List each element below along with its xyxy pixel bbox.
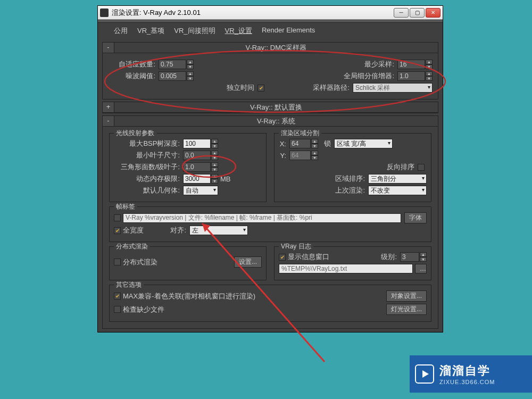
max-bsp-label: 最大BSP树深度: (114, 139, 183, 148)
spin-down[interactable]: ▼ (211, 144, 218, 148)
tab-vr-settings[interactable]: VR_设置 (225, 26, 252, 36)
min-leaf-input[interactable] (183, 151, 211, 160)
full-width-checkbox[interactable] (114, 227, 121, 234)
rollout-system-title: V-Ray:: 系统 (114, 117, 438, 126)
max-compat-checkbox[interactable] (114, 293, 121, 300)
missing-files-checkbox[interactable] (114, 306, 121, 313)
raycast-group-title: 光线投射参数 (114, 129, 156, 138)
sampler-path-dropdown[interactable]: Schlick 采样 (353, 83, 433, 93)
min-leaf-label: 最小叶子尺寸: (114, 151, 183, 160)
x-input[interactable] (289, 139, 311, 148)
justify-dropdown[interactable]: 左 (189, 226, 248, 235)
lock-label: 锁 (321, 139, 334, 148)
spin-down[interactable]: ▼ (311, 144, 318, 148)
independent-time-label: 独立时间 (227, 83, 257, 93)
spin-down[interactable]: ▼ (211, 167, 218, 172)
dyn-mem-input[interactable] (183, 174, 211, 184)
spin-up[interactable]: ▲ (187, 71, 194, 76)
distributed-settings-button[interactable]: 设置... (234, 256, 262, 268)
stamp-enable-checkbox[interactable] (114, 214, 121, 221)
light-settings-button[interactable]: 灯光设置... (386, 304, 427, 315)
level-label: 级别: (381, 252, 400, 262)
spin-up[interactable]: ▲ (420, 252, 427, 257)
tab-render-elements[interactable]: Render Elements (262, 26, 315, 36)
stamp-text-input[interactable] (123, 213, 401, 223)
font-button[interactable]: 字体 (404, 212, 427, 223)
window-title: 渲染设置: V-Ray Adv 2.10.01 (112, 8, 394, 18)
level-input[interactable] (400, 252, 419, 262)
distributed-group: 分布式渲染 分布式渲染 设置... (109, 246, 267, 280)
last-render-dropdown[interactable]: 不改变 (368, 186, 427, 195)
dyn-mem-unit: MB (220, 175, 231, 183)
spin-up[interactable]: ▲ (211, 174, 218, 179)
tab-common[interactable]: 公用 (114, 26, 128, 36)
tab-vr-gi[interactable]: VR_间接照明 (174, 26, 215, 36)
tab-vr-basic[interactable]: VR_基项 (137, 26, 164, 36)
expand-displacement[interactable]: + (103, 102, 114, 112)
frame-stamp-title: 帧标签 (114, 202, 137, 211)
face-leaf-input[interactable] (183, 162, 211, 172)
log-browse-button[interactable]: … (415, 264, 427, 273)
minimize-button[interactable]: ─ (394, 8, 409, 18)
spin-down[interactable]: ▼ (426, 76, 433, 81)
maximize-button[interactable]: ▢ (410, 8, 425, 18)
spin-down: ▼ (311, 155, 318, 160)
region-order-dropdown[interactable]: 三角剖分 (368, 174, 427, 184)
full-width-label: 全宽度 (123, 226, 147, 235)
log-path-input[interactable] (279, 264, 413, 273)
vray-log-group: VRay 日志 显示信息窗口 级别: ▲▼ … (274, 246, 431, 280)
independent-time-checkbox[interactable] (257, 85, 264, 92)
rollout-dmc: - V-Ray:: DMC采样器 自适应数量: ▲▼ 噪波阈值: ▲▼ 独立时间 (102, 42, 438, 99)
default-geom-label: 默认几何体: (114, 186, 183, 195)
spin-up[interactable]: ▲ (211, 139, 218, 144)
play-icon (415, 364, 434, 384)
distributed-title: 分布式渲染 (114, 242, 150, 251)
close-button[interactable]: ✕ (426, 8, 440, 18)
adaptive-amount-label: 自适应数量: (108, 60, 159, 69)
spin-up[interactable]: ▲ (426, 60, 433, 64)
spin-down[interactable]: ▼ (426, 64, 433, 69)
tabs-bar: 公用 VR_基项 VR_间接照明 VR_设置 Render Elements (98, 23, 443, 39)
distributed-label: 分布式渲染 (123, 257, 234, 267)
min-samples-input[interactable] (397, 60, 425, 69)
region-order-label: 区域排序: (335, 174, 368, 184)
spin-down[interactable]: ▼ (187, 64, 194, 69)
x-label: X: (279, 140, 289, 148)
banner-title: 溜溜自学 (439, 363, 495, 379)
dyn-mem-label: 动态内存极限: (114, 174, 183, 184)
distributed-checkbox[interactable] (114, 259, 121, 265)
raycast-group: 光线投射参数 最大BSP树深度: ▲▼ 最小叶子尺寸: ▲▼ 三角形面数/级叶子… (109, 133, 267, 202)
last-render-label: 上次渲染: (335, 186, 368, 195)
collapse-system[interactable]: - (103, 116, 114, 126)
noise-thresh-input[interactable] (159, 71, 186, 81)
region-wh-dropdown[interactable]: 区域 宽/高 (334, 139, 393, 148)
collapse-dmc[interactable]: - (103, 43, 114, 53)
spin-up[interactable]: ▲ (187, 60, 194, 64)
spin-down[interactable]: ▼ (211, 155, 218, 160)
global-mult-input[interactable] (397, 71, 425, 81)
spin-up: ▲ (311, 151, 318, 155)
spin-up[interactable]: ▲ (211, 151, 218, 155)
spin-up[interactable]: ▲ (426, 71, 433, 76)
spin-down[interactable]: ▼ (187, 76, 194, 81)
rollout-dmc-title: V-Ray:: DMC采样器 (114, 43, 438, 53)
max-compat-label: MAX兼容-着色关联(需对相机窗口进行渲染) (123, 292, 386, 301)
global-mult-label: 全局细分倍增器: (344, 71, 397, 81)
sampler-path-label: 采样器路径: (313, 83, 353, 93)
reverse-checkbox[interactable] (418, 164, 425, 171)
spin-down[interactable]: ▼ (211, 179, 218, 184)
default-geom-dropdown[interactable]: 自动 (183, 186, 218, 195)
max-bsp-input[interactable] (183, 139, 211, 148)
spin-down[interactable]: ▼ (420, 257, 427, 262)
spin-up[interactable]: ▲ (211, 162, 218, 167)
frame-stamp-group: 帧标签 字体 全宽度 对齐: 左 (109, 206, 431, 242)
y-label: Y: (279, 152, 289, 160)
object-settings-button[interactable]: 对象设置... (386, 290, 427, 302)
titlebar[interactable]: 渲染设置: V-Ray Adv 2.10.01 ─ ▢ ✕ (98, 6, 443, 20)
min-samples-label: 最少采样: (364, 60, 397, 69)
banner-url: ZIXUE.3D66.COM (439, 379, 495, 385)
spin-up[interactable]: ▲ (311, 139, 318, 144)
adaptive-amount-input[interactable] (159, 60, 186, 69)
region-group: 渲染区域分割 X: ▲▼ 锁 区域 宽/高 Y: ▲▼ 反向排序 (274, 133, 431, 202)
show-window-checkbox[interactable] (279, 254, 286, 261)
